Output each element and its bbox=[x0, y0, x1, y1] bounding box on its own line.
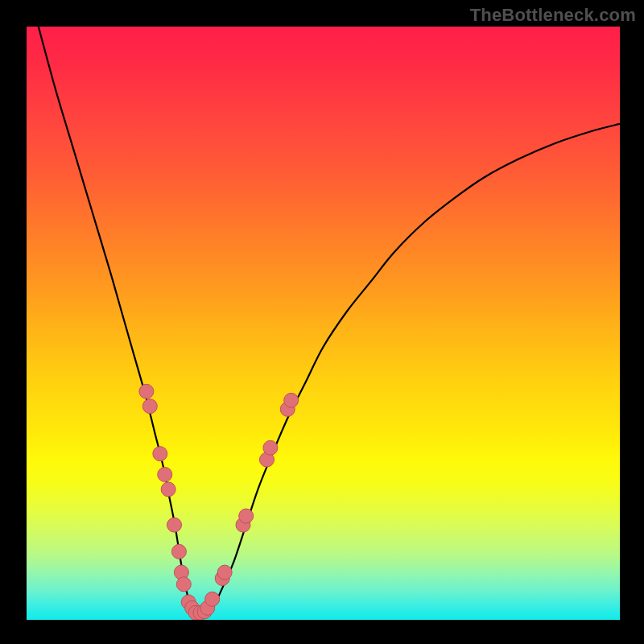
data-marker bbox=[217, 565, 232, 580]
chart-frame: TheBottleneck.com bbox=[0, 0, 644, 644]
data-marker bbox=[263, 440, 278, 455]
watermark-text: TheBottleneck.com bbox=[470, 5, 636, 26]
data-marker bbox=[205, 592, 220, 606]
data-marker bbox=[171, 544, 186, 559]
data-marker bbox=[153, 447, 167, 461]
data-marker bbox=[176, 577, 191, 592]
data-marker bbox=[161, 482, 175, 497]
chart-plot-area bbox=[27, 27, 620, 620]
data-marker bbox=[158, 467, 172, 481]
data-marker bbox=[284, 393, 299, 407]
chart-svg bbox=[27, 27, 620, 620]
data-marker bbox=[139, 384, 154, 398]
data-marker bbox=[239, 509, 254, 523]
data-marker bbox=[167, 518, 182, 532]
curve-path bbox=[39, 27, 620, 617]
data-marker bbox=[142, 399, 157, 414]
marker-group bbox=[139, 384, 299, 620]
